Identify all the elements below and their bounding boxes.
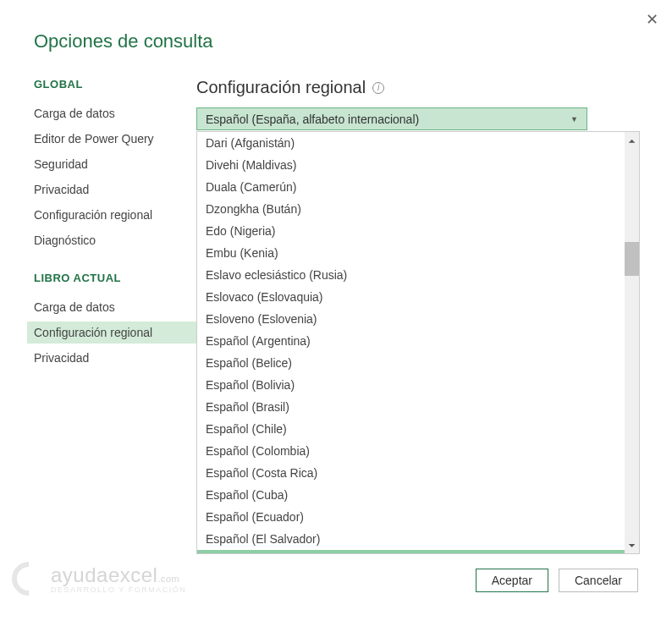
scroll-up-icon[interactable]: ⏶ — [625, 132, 639, 149]
sidebar: GLOBAL Carga de datos Editor de Power Qu… — [34, 78, 196, 554]
list-item[interactable]: Español (Argentina) — [197, 330, 625, 352]
watermark-icon — [5, 555, 53, 603]
sidebar-header-global: GLOBAL — [34, 78, 196, 91]
sidebar-item-privacidad-libro[interactable]: Privacidad — [27, 347, 196, 369]
list-item[interactable]: Español (Bolivia) — [197, 374, 625, 396]
panel-title-text: Configuración regional — [196, 78, 366, 97]
panel-title: Configuración regional i — [196, 78, 640, 97]
dropdown-selected-value: Español (España, alfabeto internacional) — [206, 113, 419, 126]
scroll-thumb[interactable] — [625, 242, 639, 276]
list-item[interactable]: Español (Ecuador) — [197, 506, 625, 528]
sidebar-item-config-regional-global[interactable]: Configuración regional — [27, 204, 196, 226]
list-item-selected[interactable]: Español (España, alfabeto internacional) — [197, 550, 625, 553]
list-item[interactable]: Español (Chile) — [197, 418, 625, 440]
list-item[interactable]: Español (Cuba) — [197, 484, 625, 506]
watermark-tagline: DESARROLLO Y FORMACIÓN — [51, 585, 186, 594]
cancel-button[interactable]: Cancelar — [559, 569, 638, 592]
list-item[interactable]: Eslavo eclesiástico (Rusia) — [197, 264, 625, 286]
sidebar-item-seguridad[interactable]: Seguridad — [27, 153, 196, 175]
sidebar-item-carga-datos-global[interactable]: Carga de datos — [27, 102, 196, 124]
list-item[interactable]: Español (Costa Rica) — [197, 462, 625, 484]
sidebar-item-config-regional-libro[interactable]: Configuración regional — [27, 321, 196, 343]
list-item[interactable]: Duala (Camerún) — [197, 176, 625, 198]
list-item[interactable]: Dzongkha (Bután) — [197, 198, 625, 220]
sidebar-item-editor-power-query[interactable]: Editor de Power Query — [27, 128, 196, 150]
watermark-logo: ayudaexcel.com DESARROLLO Y FORMACIÓN — [12, 562, 186, 596]
watermark-brand: ayudaexcel.com — [51, 563, 186, 587]
ok-button[interactable]: Aceptar — [476, 569, 548, 592]
sidebar-item-carga-datos-libro[interactable]: Carga de datos — [27, 296, 196, 318]
locale-dropdown-list: Dari (Afganistán) Divehi (Maldivas) Dual… — [196, 131, 640, 554]
list-item[interactable]: Eslovaco (Eslovaquia) — [197, 286, 625, 308]
list-item[interactable]: Español (Belice) — [197, 352, 625, 374]
list-item[interactable]: Español (Colombia) — [197, 440, 625, 462]
info-icon[interactable]: i — [372, 82, 384, 94]
list-item[interactable]: Dari (Afganistán) — [197, 132, 625, 154]
close-icon[interactable]: ✕ — [646, 10, 658, 29]
list-item[interactable]: Esloveno (Eslovenia) — [197, 308, 625, 330]
list-item[interactable]: Español (Brasil) — [197, 396, 625, 418]
dialog-title: Opciones de consulta — [0, 0, 672, 52]
sidebar-item-privacidad-global[interactable]: Privacidad — [27, 179, 196, 201]
locale-dropdown[interactable]: Español (España, alfabeto internacional)… — [196, 107, 587, 130]
sidebar-header-libro: LIBRO ACTUAL — [34, 272, 196, 284]
list-item[interactable]: Embu (Kenia) — [197, 242, 625, 264]
sidebar-item-diagnostico[interactable]: Diagnóstico — [27, 229, 196, 251]
chevron-down-icon: ▼ — [570, 115, 578, 124]
list-item[interactable]: Divehi (Maldivas) — [197, 154, 625, 176]
scroll-down-icon[interactable]: ⏷ — [625, 536, 639, 553]
scrollbar[interactable]: ⏶ ⏷ — [625, 132, 639, 553]
list-item[interactable]: Español (El Salvador) — [197, 528, 625, 550]
list-item[interactable]: Edo (Nigeria) — [197, 220, 625, 242]
